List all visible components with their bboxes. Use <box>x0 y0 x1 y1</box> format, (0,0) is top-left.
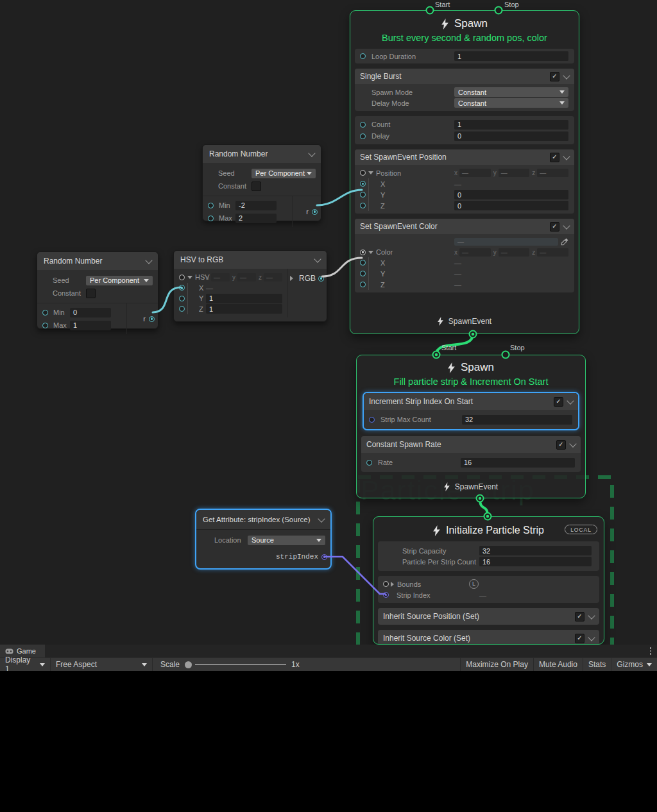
scale-slider-track[interactable] <box>195 664 286 665</box>
position-x-input-port[interactable] <box>360 181 366 187</box>
loop-duration-input-port[interactable] <box>360 53 366 59</box>
position-z-field[interactable]: 0 <box>454 201 568 210</box>
seed-dropdown[interactable]: Per Component <box>252 169 316 178</box>
max-field[interactable]: 2 <box>235 214 277 223</box>
position-z-ghost-field[interactable]: — <box>537 169 568 177</box>
min-input-port[interactable] <box>42 310 48 316</box>
color-z-input-port[interactable] <box>360 282 366 287</box>
node-header[interactable]: Get Attribute: stripIndex (Source) <box>196 510 330 530</box>
color-x-ghost-field[interactable]: — <box>459 248 491 257</box>
increment-block-header[interactable]: Increment Strip Index On Start <box>364 393 578 410</box>
strip-max-count-input-port[interactable] <box>369 417 375 423</box>
hsv-z-field[interactable]: 1 <box>206 304 282 314</box>
hsv-z-input-port[interactable] <box>179 306 185 312</box>
node-header[interactable]: HSV to RGB <box>174 251 327 269</box>
position-y-field[interactable]: 0 <box>454 190 568 199</box>
position-x-ghost-field[interactable]: — <box>459 169 491 177</box>
expander-down-icon[interactable] <box>187 276 192 279</box>
collapse-chevron-icon[interactable] <box>588 634 595 641</box>
collapse-chevron-icon[interactable] <box>145 257 152 264</box>
spawn-mode-dropdown[interactable]: Constant <box>454 87 568 97</box>
collapse-chevron-icon[interactable] <box>563 222 570 229</box>
local-space-badge[interactable]: LOCAL <box>565 525 597 534</box>
scale-slider-knob[interactable] <box>185 661 192 668</box>
aspect-dropdown[interactable]: Free Aspect <box>51 658 153 671</box>
inherit-position-checkbox[interactable] <box>575 612 584 622</box>
single-burst-enabled-checkbox[interactable] <box>550 72 559 81</box>
inherit-color-checkbox[interactable] <box>575 634 584 643</box>
location-dropdown[interactable]: Source <box>248 536 325 545</box>
position-input-port[interactable] <box>360 170 366 176</box>
stripindex-output-port[interactable] <box>321 554 327 560</box>
color-x-input-port[interactable] <box>360 260 366 266</box>
node-header[interactable]: Random Number <box>37 252 158 270</box>
game-view[interactable] <box>0 671 657 812</box>
max-input-port[interactable] <box>42 323 48 328</box>
max-input-port[interactable] <box>208 216 214 221</box>
collapse-chevron-icon[interactable] <box>318 515 325 522</box>
hsv-x-ghost-field[interactable]: — <box>211 273 230 282</box>
max-field[interactable]: 1 <box>70 321 111 330</box>
mute-audio-button[interactable]: Mute Audio <box>533 658 583 671</box>
node-initialize-particle-strip[interactable]: Initialize Particle Strip LOCAL Strip Ca… <box>373 516 604 645</box>
min-field[interactable]: 0 <box>70 308 111 317</box>
stats-button[interactable]: Stats <box>583 658 611 671</box>
count-field[interactable]: 1 <box>454 120 568 130</box>
expander-down-icon[interactable] <box>368 251 373 254</box>
strip-max-count-field[interactable]: 32 <box>462 415 572 425</box>
collapse-chevron-icon[interactable] <box>563 72 570 79</box>
min-input-port[interactable] <box>208 203 214 208</box>
maximize-on-play-button[interactable]: Maximize On Play <box>460 658 533 671</box>
collapse-chevron-icon[interactable] <box>314 255 321 262</box>
hsv-y-field[interactable]: 1 <box>206 294 282 303</box>
node-header[interactable]: Random Number <box>203 145 321 163</box>
tab-options-icon[interactable] <box>644 645 657 657</box>
inherit-color-header[interactable]: Inherit Source Color (Set) <box>378 630 599 645</box>
color-swatch-field[interactable]: — <box>454 238 558 246</box>
node-hsv-to-rgb[interactable]: HSV to RGB HSV x— y— z— X — <box>173 250 327 322</box>
set-position-header[interactable]: Set SpawnEvent Position <box>355 149 574 165</box>
expander-right-icon[interactable] <box>290 276 293 281</box>
collapse-chevron-icon[interactable] <box>308 149 315 156</box>
inherit-position-header[interactable]: Inherit Source Position (Set) <box>378 608 599 625</box>
loop-duration-field[interactable]: 1 <box>454 51 568 61</box>
position-z-input-port[interactable] <box>360 203 366 208</box>
delay-input-port[interactable] <box>360 133 366 139</box>
set-color-header[interactable]: Set SpawnEvent Color <box>355 219 574 234</box>
rgb-output-port[interactable] <box>318 276 324 282</box>
node-random-number-1[interactable]: Random Number Seed Per Component Constan… <box>202 144 321 221</box>
strip-capacity-field[interactable]: 32 <box>479 546 592 555</box>
color-y-ghost-field[interactable]: — <box>499 248 530 257</box>
rate-enabled-checkbox[interactable] <box>556 440 566 450</box>
strip-index-input-port[interactable] <box>383 592 389 598</box>
position-y-ghost-field[interactable]: — <box>499 169 530 177</box>
hsv-x-input-port[interactable] <box>179 285 185 291</box>
count-input-port[interactable] <box>360 122 366 128</box>
collapse-chevron-icon[interactable] <box>567 397 574 404</box>
random-output-port[interactable] <box>149 316 155 322</box>
rate-input-port[interactable] <box>366 460 372 466</box>
delay-field[interactable]: 0 <box>454 131 568 141</box>
position-y-input-port[interactable] <box>360 192 366 198</box>
color-input-port[interactable] <box>360 250 366 255</box>
rate-field[interactable]: 16 <box>461 458 575 468</box>
set-position-enabled-checkbox[interactable] <box>550 153 559 162</box>
node-get-attribute-stripindex[interactable]: Get Attribute: stripIndex (Source) Locat… <box>195 509 332 570</box>
constant-checkbox[interactable] <box>252 182 261 191</box>
collapse-chevron-icon[interactable] <box>569 440 576 447</box>
expander-down-icon[interactable] <box>368 171 373 174</box>
set-color-enabled-checkbox[interactable] <box>550 222 559 232</box>
local-bounds-icon[interactable]: L <box>469 579 479 589</box>
hsv-y-ghost-field[interactable]: — <box>237 273 256 282</box>
color-y-input-port[interactable] <box>360 271 366 276</box>
hsv-y-input-port[interactable] <box>179 296 185 301</box>
hsv-z-ghost-field[interactable]: — <box>264 273 282 282</box>
rate-block-header[interactable]: Constant Spawn Rate <box>361 436 581 453</box>
bounds-input-port[interactable] <box>383 581 389 587</box>
node-spawn-burst[interactable]: Spawn Burst every second & random pos, c… <box>350 10 579 334</box>
random-output-port[interactable] <box>312 209 318 215</box>
delay-mode-dropdown[interactable]: Constant <box>454 98 568 108</box>
color-z-ghost-field[interactable]: — <box>537 248 568 257</box>
constant-checkbox[interactable] <box>86 289 96 298</box>
particle-per-strip-field[interactable]: 16 <box>479 557 592 566</box>
